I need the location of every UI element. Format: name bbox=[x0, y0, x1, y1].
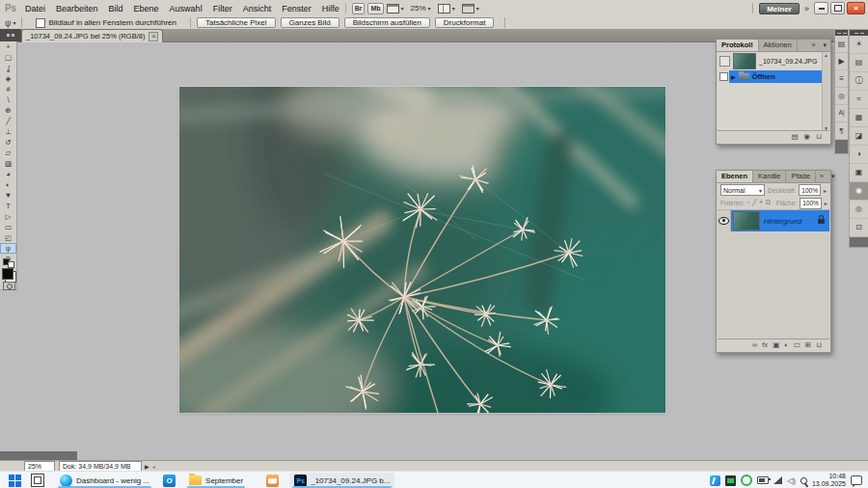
marquee-tool[interactable]: ▢ bbox=[0, 52, 16, 63]
menu-bearbeiten[interactable]: Bearbeiten bbox=[56, 4, 98, 14]
print-size-button[interactable]: Druckformat bbox=[435, 17, 495, 28]
task-view-button[interactable] bbox=[26, 473, 49, 488]
info-panel-button[interactable]: ⓘ bbox=[850, 72, 868, 91]
lock-paint-icon[interactable]: ╱ bbox=[752, 200, 756, 206]
3d-rotate-tool[interactable]: ◰ bbox=[0, 232, 16, 243]
key-tray-icon[interactable] bbox=[800, 475, 809, 485]
character-panel-button[interactable]: A| bbox=[835, 105, 848, 122]
paragraph-panel-button[interactable]: ¶ bbox=[835, 122, 848, 140]
menu-bild[interactable]: Bild bbox=[109, 4, 123, 14]
tab-ebenen[interactable]: Ebenen bbox=[717, 171, 753, 182]
workspace-overflow-chevrons[interactable]: » bbox=[804, 4, 809, 14]
transform-panel-button[interactable]: ⊡ bbox=[850, 219, 868, 237]
layer-effects-icon[interactable]: fx bbox=[762, 341, 768, 349]
history-panel-button[interactable]: ▤ bbox=[835, 36, 848, 53]
document-tab[interactable]: _10734_09.24.JPG bei 25% (RGB/8) × bbox=[21, 29, 163, 42]
tab-protokoll[interactable]: Protokoll bbox=[717, 40, 759, 51]
menu-datei[interactable]: Datei bbox=[25, 4, 45, 14]
scroll-left-icon[interactable]: ◂ bbox=[152, 463, 155, 470]
hand-tool[interactable]: ψ bbox=[0, 243, 16, 254]
history-brush-tool[interactable]: ↺ bbox=[0, 137, 16, 148]
close-tab-icon[interactable]: × bbox=[149, 32, 158, 41]
brush-tool[interactable]: ╱ bbox=[0, 116, 16, 126]
layer-row-background[interactable]: Hintergrund bbox=[718, 209, 829, 231]
path-selection-tool[interactable]: ▷ bbox=[0, 211, 16, 222]
battery-icon[interactable] bbox=[757, 476, 769, 484]
spinner-icon[interactable]: ▸ bbox=[824, 187, 827, 194]
brush-presets-panel-button[interactable]: ≈ bbox=[850, 91, 868, 109]
pen-tool[interactable]: ▼ bbox=[0, 190, 16, 201]
menu-ansicht[interactable]: Ansicht bbox=[243, 4, 272, 14]
navigator-panel-button[interactable]: ◉ bbox=[850, 182, 868, 201]
lock-position-icon[interactable]: + bbox=[759, 200, 763, 206]
add-mask-icon[interactable]: ▣ bbox=[773, 341, 779, 349]
link-layers-icon[interactable]: ∞ bbox=[752, 341, 757, 349]
blend-mode-select[interactable]: Normal ▾ bbox=[720, 184, 765, 196]
screen-mode-dropdown[interactable]: ▾ bbox=[462, 4, 479, 14]
status-options-arrow[interactable]: ▶ bbox=[145, 463, 149, 470]
mini-bridge-button[interactable]: Mb bbox=[367, 3, 383, 14]
blur-tool[interactable]: ◕ bbox=[0, 169, 16, 179]
menu-fenster[interactable]: Fenster bbox=[282, 4, 312, 14]
eraser-tool[interactable]: ▱ bbox=[0, 148, 16, 158]
channels-panel-button[interactable]: ▣ bbox=[850, 164, 868, 182]
wifi-icon[interactable] bbox=[773, 476, 782, 484]
view-extras-dropdown[interactable]: ▾ bbox=[387, 4, 404, 14]
minimize-button[interactable] bbox=[814, 2, 828, 14]
actions-panel-button[interactable]: ▶ bbox=[835, 53, 848, 70]
tab-kanaele[interactable]: Kanäle bbox=[753, 171, 786, 182]
zoom-level-dropdown[interactable]: 25% ▾ bbox=[411, 4, 431, 13]
opacity-field[interactable]: 100% bbox=[799, 184, 821, 196]
history-snapshot-row[interactable]: _10734_09.24.JPG bbox=[718, 52, 829, 70]
close-button[interactable]: × bbox=[847, 2, 865, 14]
arrange-documents-dropdown[interactable]: ▾ bbox=[438, 4, 455, 14]
teams-tray-icon[interactable] bbox=[710, 475, 720, 486]
new-group-icon[interactable]: ▭ bbox=[794, 341, 800, 349]
spot-healing-tool[interactable]: ⊕ bbox=[0, 105, 16, 116]
quick-selection-tool[interactable]: ◈ bbox=[0, 73, 16, 84]
tool-presets-panel-button[interactable]: ≡ bbox=[835, 70, 848, 88]
panel-menu-icon[interactable]: ▾ bbox=[819, 40, 830, 51]
delete-layer-icon[interactable]: ⊔ bbox=[816, 341, 822, 349]
adjustments-panel-button[interactable]: ☀ bbox=[850, 36, 868, 54]
layer-comps-panel-button[interactable]: ▦ bbox=[850, 109, 868, 127]
launch-bridge-button[interactable]: Br bbox=[352, 3, 366, 14]
actual-pixels-button[interactable]: Tatsächliche Pixel bbox=[197, 17, 276, 28]
new-doc-from-state-icon[interactable]: ▤ bbox=[792, 133, 799, 141]
taskbar-item-edge[interactable]: Dashboard - wenig ... bbox=[55, 473, 154, 488]
output-panel-button[interactable]: ◪ bbox=[850, 127, 868, 146]
lock-all-icon[interactable]: Ω bbox=[766, 200, 771, 206]
eyedropper-tool[interactable]: ∖ bbox=[0, 95, 16, 105]
styles-panel-button[interactable]: ◎ bbox=[850, 201, 868, 219]
history-brush-source-box[interactable] bbox=[719, 56, 730, 67]
clone-stamp-tool[interactable]: ⊥ bbox=[0, 126, 16, 137]
foreground-color-swatch[interactable] bbox=[2, 268, 14, 280]
lock-transparency-icon[interactable]: ▫ bbox=[747, 200, 749, 206]
histogram-panel-button[interactable]: ◑ bbox=[850, 146, 868, 164]
start-button[interactable] bbox=[4, 473, 26, 488]
dodge-tool[interactable]: ◐ bbox=[0, 179, 16, 190]
layer-thumbnail[interactable] bbox=[733, 211, 760, 230]
quick-mask-button[interactable] bbox=[3, 282, 15, 290]
scroll-up-icon[interactable]: ▴ bbox=[825, 52, 827, 58]
fill-screen-button[interactable]: Bildschirm ausfüllen bbox=[344, 17, 430, 28]
photo-canvas[interactable] bbox=[179, 87, 665, 413]
taskbar-item-folder[interactable]: September bbox=[184, 473, 248, 488]
h-scrollbar-thumb[interactable] bbox=[0, 451, 77, 460]
gradient-tool[interactable]: ▨ bbox=[0, 158, 16, 169]
taskbar-clock[interactable]: 10:48 13.09.2025 bbox=[812, 473, 846, 488]
lasso-tool[interactable]: ʆ bbox=[0, 63, 16, 73]
history-scrollbar[interactable]: ▴ ▾ bbox=[822, 52, 829, 131]
notification-center-icon[interactable] bbox=[851, 475, 862, 485]
history-state-row[interactable]: ▶ Öffnen bbox=[718, 70, 829, 83]
type-tool[interactable]: T bbox=[0, 201, 16, 211]
collapse-chevrons-icon[interactable]: » bbox=[816, 171, 827, 182]
visibility-toggle[interactable] bbox=[718, 210, 731, 231]
crop-tool[interactable]: # bbox=[0, 84, 16, 95]
tab-aktionen[interactable]: Aktionen bbox=[759, 40, 798, 51]
status-ring-tray-icon[interactable] bbox=[741, 474, 752, 486]
volume-icon[interactable]: ◁) bbox=[787, 476, 796, 485]
taskbar-item-outlook-classic[interactable] bbox=[261, 473, 284, 488]
fill-field[interactable]: 100% bbox=[800, 198, 822, 209]
menu-ebene[interactable]: Ebene bbox=[134, 4, 159, 14]
